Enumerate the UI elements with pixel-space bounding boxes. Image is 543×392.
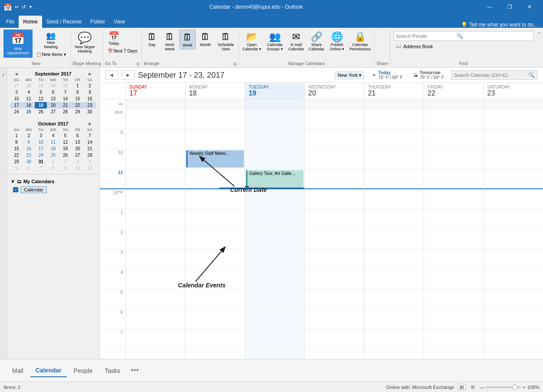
- next7days-button[interactable]: 📅 Next 7 Days: [105, 48, 140, 54]
- thu-4[interactable]: [365, 269, 424, 289]
- calendar-search-input[interactable]: [454, 72, 528, 78]
- wed-6[interactable]: [305, 309, 364, 329]
- wed-7[interactable]: [305, 329, 364, 349]
- view-icon-compact[interactable]: ⊞: [469, 384, 476, 390]
- fri-4[interactable]: [424, 269, 483, 289]
- thu-10[interactable]: [365, 149, 424, 169]
- saturday-column[interactable]: [484, 99, 543, 359]
- sat-11[interactable]: [484, 169, 543, 189]
- tab-home[interactable]: Home: [19, 16, 42, 28]
- timezone-button[interactable]: New York ▾: [334, 71, 365, 80]
- thu-3[interactable]: [365, 249, 424, 269]
- sep-next-btn[interactable]: ►: [86, 71, 94, 76]
- wednesday-column[interactable]: [305, 99, 364, 359]
- thu-2[interactable]: [365, 229, 424, 249]
- fri-num[interactable]: 22: [428, 89, 480, 97]
- fri-12[interactable]: [424, 189, 483, 209]
- mon-9[interactable]: [185, 129, 244, 149]
- sun-4[interactable]: [126, 269, 185, 289]
- sun-2[interactable]: [126, 229, 185, 249]
- sun-num[interactable]: 17: [129, 89, 181, 97]
- fri-6[interactable]: [424, 309, 483, 329]
- sat-10[interactable]: [484, 149, 543, 169]
- tue-11[interactable]: Gallery Tour; Art Galle…: [245, 169, 304, 189]
- thu-11[interactable]: [365, 169, 424, 189]
- calendar-checkbox[interactable]: ✓: [13, 187, 18, 192]
- sat-7[interactable]: [484, 329, 543, 349]
- thu-8[interactable]: [365, 109, 424, 129]
- gallery-tour-event[interactable]: Gallery Tour; Art Galle…: [246, 170, 303, 188]
- fri-8[interactable]: [424, 109, 483, 129]
- sun-3[interactable]: [126, 249, 185, 269]
- view-day-button[interactable]: 🗓 Day: [144, 30, 160, 49]
- ribbon-collapse-button[interactable]: ⌃: [537, 30, 541, 67]
- mon-2[interactable]: [185, 229, 244, 249]
- new-appointment-button[interactable]: 📅 NewAppointment: [3, 30, 33, 58]
- tell-me[interactable]: 💡 Tell me what you want to do...: [129, 22, 541, 28]
- close-btn[interactable]: ✕: [520, 0, 540, 14]
- wed-4[interactable]: [305, 269, 364, 289]
- sun-7[interactable]: [126, 329, 185, 349]
- nav-more[interactable]: •••: [127, 363, 142, 378]
- nav-people[interactable]: People: [69, 365, 98, 377]
- sat-1[interactable]: [484, 209, 543, 229]
- sat-4[interactable]: [484, 269, 543, 289]
- new-items-button[interactable]: 📋 New Items ▾: [33, 51, 69, 58]
- wed-1[interactable]: [305, 209, 364, 229]
- monday-column[interactable]: Weekly Staff Meeti…: [185, 99, 245, 359]
- quick-access[interactable]: 📅 ↩ ↺ ▼: [3, 3, 33, 11]
- tab-folder[interactable]: Folder: [86, 16, 109, 28]
- wed-11[interactable]: [305, 169, 364, 189]
- zoom-out-btn[interactable]: —: [480, 385, 484, 390]
- publish-online-button[interactable]: 🌐 PublishOnline ▾: [327, 30, 347, 53]
- zoom-in-btn[interactable]: +: [523, 385, 525, 390]
- nav-calendar[interactable]: Calendar: [30, 364, 67, 377]
- sat-num[interactable]: 23: [487, 89, 540, 97]
- tell-me-text[interactable]: Tell me what you want to do...: [469, 22, 538, 28]
- undo-btn[interactable]: ↩: [15, 4, 19, 10]
- sat-9[interactable]: [484, 129, 543, 149]
- sat-3[interactable]: [484, 249, 543, 269]
- sun-5[interactable]: [126, 289, 185, 309]
- wed-3[interactable]: [305, 249, 364, 269]
- wed-9[interactable]: [305, 129, 364, 149]
- zoom-slider[interactable]: [486, 386, 521, 388]
- thu-9[interactable]: [365, 129, 424, 149]
- search-people-input[interactable]: [396, 33, 457, 39]
- today-button[interactable]: 📅 Today: [105, 30, 123, 47]
- fri-10[interactable]: [424, 149, 483, 169]
- calendar-groups-button[interactable]: 👥 CalendarGroups ▾: [264, 30, 286, 53]
- sun-10[interactable]: [126, 149, 185, 169]
- sat-8[interactable]: [484, 109, 543, 129]
- sat-6[interactable]: [484, 309, 543, 329]
- weekly-staff-event[interactable]: Weekly Staff Meeti…: [186, 150, 244, 168]
- minimize-btn[interactable]: —: [480, 0, 500, 14]
- sun-11[interactable]: [126, 169, 185, 189]
- oct-next-btn[interactable]: ►: [86, 121, 94, 126]
- fri-1[interactable]: [424, 209, 483, 229]
- thu-7[interactable]: [365, 329, 424, 349]
- nav-tasks[interactable]: Tasks: [99, 365, 125, 377]
- mon-1[interactable]: [185, 209, 244, 229]
- thu-1[interactable]: [365, 209, 424, 229]
- sidebar-toggle[interactable]: ‹: [0, 68, 7, 359]
- sun-6[interactable]: [126, 309, 185, 329]
- thu-12[interactable]: [365, 189, 424, 209]
- sun-8[interactable]: [126, 109, 185, 129]
- sat-2[interactable]: [484, 229, 543, 249]
- tue-4[interactable]: [245, 269, 304, 289]
- tue-1[interactable]: [245, 209, 304, 229]
- view-week-button[interactable]: 🗓 Week: [179, 30, 196, 49]
- view-workweek-button[interactable]: 🗓 WorkWeek: [161, 30, 178, 53]
- mon-4[interactable]: [185, 269, 244, 289]
- tue-num[interactable]: 19: [249, 89, 301, 97]
- address-book-button[interactable]: 📖 Address Book: [394, 43, 533, 50]
- cal-prev-button[interactable]: ◄: [105, 70, 118, 80]
- mon-11[interactable]: [185, 169, 244, 189]
- arrange-expand[interactable]: ⊞: [233, 62, 237, 66]
- tab-file[interactable]: File: [2, 16, 19, 28]
- new-meeting-button[interactable]: 👥 NewMeeting: [33, 30, 69, 50]
- fri-7[interactable]: [424, 329, 483, 349]
- sunday-column[interactable]: [126, 99, 185, 359]
- window-controls[interactable]: — ❐ ✕: [480, 0, 540, 14]
